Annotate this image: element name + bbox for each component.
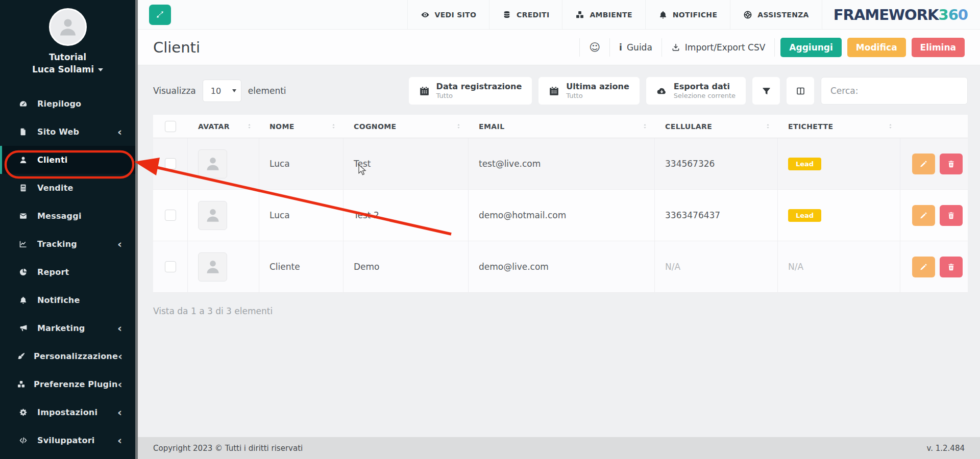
column-header-nome[interactable]: NOME	[259, 122, 344, 131]
import-export-csv-button[interactable]: Import/Export CSV	[662, 42, 775, 53]
column-header-email[interactable]: EMAIL	[469, 122, 655, 131]
sidebar-item-riepilogo[interactable]: Riepilogo	[0, 90, 135, 118]
ultima-azione-filter[interactable]: Ultima azione Tutto	[538, 77, 639, 105]
pencil-icon	[919, 263, 928, 271]
delete-row-button[interactable]	[940, 205, 963, 226]
table-summary: Vista da 1 a 3 di 3 elementi	[153, 306, 968, 316]
column-header-cellulare[interactable]: CELLULARE	[655, 122, 778, 131]
edit-row-button[interactable]	[912, 205, 935, 226]
delete-row-button[interactable]	[940, 154, 963, 174]
sidebar-item-marketing[interactable]: Marketing ‹	[0, 314, 135, 342]
search-box: Cerca:	[821, 77, 968, 105]
edit-row-button[interactable]	[912, 257, 935, 277]
smiley-button[interactable]: ☺	[580, 41, 609, 54]
column-header-etichette[interactable]: ETICHETTE	[778, 122, 900, 131]
trash-icon	[947, 160, 955, 168]
user-menu[interactable]: Luca Sollami	[0, 64, 135, 74]
sidebar-item-impostazioni[interactable]: Impostazioni ‹	[0, 398, 135, 426]
row-checkbox[interactable]	[165, 210, 176, 221]
expand-icon	[155, 10, 165, 19]
row-select-cell	[153, 241, 188, 292]
table-header-row: AVATAR NOME COGNOME EMAIL CELLULARE	[153, 115, 968, 138]
chevron-left-icon: ‹	[117, 435, 122, 446]
topbar-item-notifiche[interactable]: NOTIFICHE	[645, 0, 730, 29]
workspace-name: Tutorial	[0, 52, 135, 62]
row-checkbox[interactable]	[165, 261, 176, 272]
column-header-avatar[interactable]: AVATAR	[188, 122, 259, 131]
version-text: v. 1.2.484	[926, 444, 965, 453]
chevron-left-icon: ‹	[117, 379, 122, 390]
bell-icon	[17, 296, 29, 304]
delete-row-button[interactable]	[940, 257, 963, 277]
email-cell: demo@hotmail.com	[469, 190, 655, 241]
topbar-item-assistenza[interactable]: ASSISTENZA	[730, 0, 821, 29]
sidebar-item-notifiche[interactable]: Notifiche	[0, 286, 135, 314]
aggiungi-button[interactable]: Aggiungi	[780, 38, 842, 57]
chart-line-icon	[17, 240, 29, 248]
sidebar-item-clienti[interactable]: Clienti	[0, 146, 135, 174]
esporta-dati-button[interactable]: Esporta dati Selezione corrente	[646, 77, 746, 105]
sidebar-item-vendite[interactable]: Vendite	[0, 174, 135, 202]
cubes-icon	[575, 10, 584, 19]
columns-button[interactable]	[787, 77, 814, 105]
row-select-cell	[153, 138, 188, 189]
elimina-button[interactable]: Elimina	[912, 38, 965, 57]
filter-cards: Data registrazione Tutto Ultima azione T…	[409, 77, 968, 105]
sidebar-item-tracking[interactable]: Tracking ‹	[0, 230, 135, 258]
lead-badge: Lead	[788, 158, 821, 170]
sidebar-profile: Tutorial Luca Sollami	[0, 0, 135, 74]
topbar-item-ambiente[interactable]: AMBIENTE	[562, 0, 645, 29]
avatar	[198, 149, 227, 178]
select-all-checkbox[interactable]	[165, 121, 176, 132]
code-icon	[17, 436, 29, 445]
etichette-cell: Lead	[778, 190, 900, 241]
sort-icon	[887, 122, 894, 130]
sidebar-item-messaggi[interactable]: Messaggi	[0, 202, 135, 230]
sort-icon	[641, 122, 649, 130]
sort-icon	[246, 122, 253, 130]
guida-button[interactable]: i Guida	[610, 42, 662, 53]
calculator-icon	[17, 184, 29, 192]
data-registrazione-filter[interactable]: Data registrazione Tutto	[409, 77, 532, 105]
filter-button[interactable]	[752, 77, 780, 105]
sort-icon	[455, 122, 462, 130]
cellulare-cell: N/A	[655, 241, 778, 292]
sidebar-item-personalizzazione[interactable]: Personalizzazione ‹	[0, 342, 135, 370]
envelope-icon	[17, 212, 29, 220]
search-input[interactable]	[863, 86, 958, 96]
topbar-item-crediti[interactable]: CREDITI	[489, 0, 562, 29]
sidebar-item-sviluppatori[interactable]: Sviluppatori ‹	[0, 426, 135, 454]
topbar-item-vedi-sito[interactable]: VEDI SITO	[407, 0, 489, 29]
sidebar-item-preferenze-plugin[interactable]: Preferenze Plugin ‹	[0, 370, 135, 398]
row-checkbox[interactable]	[165, 158, 176, 169]
table-row: Cliente Demo demo@live.com N/A N/A	[153, 241, 968, 293]
megaphone-icon	[17, 324, 29, 333]
page-header-actions: ☺ i Guida Import/Export CSV Aggiungi Mod…	[579, 38, 965, 57]
user-icon	[17, 156, 29, 164]
cloud-download-icon	[656, 86, 667, 96]
page-size-select[interactable]: 10	[203, 80, 241, 102]
footer: Copyright 2023 © Tutti i diritti riserva…	[138, 437, 980, 459]
framework360-logo: FRAMEWORK360	[822, 0, 980, 29]
edit-row-button[interactable]	[912, 154, 935, 174]
cellulare-cell: 334567326	[655, 138, 778, 189]
cellulare-cell: 3363476437	[655, 190, 778, 241]
avatar-cell	[188, 138, 259, 189]
email-cell: demo@live.com	[469, 241, 655, 292]
page-size-select-wrap: 10	[203, 80, 241, 102]
topbar-menu: VEDI SITO CREDITI AMBIENTE NOTIFICHE ASS…	[407, 0, 980, 29]
expand-button[interactable]	[149, 5, 171, 25]
eye-icon	[421, 10, 430, 19]
modifica-button[interactable]: Modifica	[847, 38, 906, 57]
sidebar-item-report[interactable]: Report	[0, 258, 135, 286]
sort-icon	[764, 122, 772, 130]
user-name: Luca Sollami	[32, 64, 94, 74]
table-row: Luca Test 2 demo@hotmail.com 3363476437 …	[153, 190, 968, 241]
pie-chart-icon	[17, 268, 29, 276]
column-header-cognome[interactable]: COGNOME	[344, 122, 469, 131]
calendar-icon	[419, 86, 430, 96]
sidebar-item-sito-web[interactable]: Sito Web ‹	[0, 118, 135, 146]
cognome-cell: Demo	[344, 241, 469, 292]
caret-down-icon	[98, 68, 103, 71]
user-placeholder-icon	[204, 258, 222, 275]
